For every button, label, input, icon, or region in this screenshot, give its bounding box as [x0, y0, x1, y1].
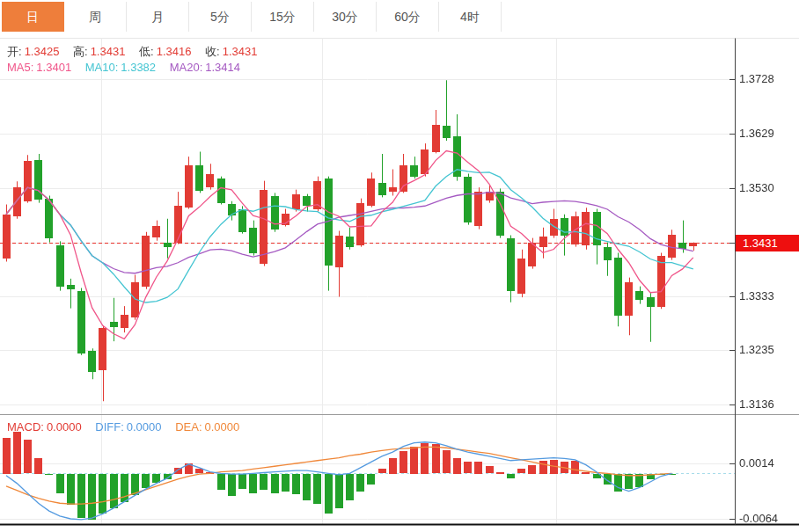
- ma10-label: MA10:: [85, 61, 119, 74]
- trading-chart-app: 日周月5分15分30分60分4时 开:1.3425 高:1.3431 低:1.3…: [0, 0, 799, 532]
- timeframe-tab-bar: 日周月5分15分30分60分4时: [0, 0, 799, 33]
- ohlc-legend: 开:1.3425 高:1.3431 低:1.3416 收:1.3431: [7, 44, 268, 60]
- high-value: 1.3431: [91, 45, 126, 58]
- tab-15分[interactable]: 15分: [252, 2, 314, 32]
- dea-value: 0.0000: [205, 420, 240, 434]
- diff-value: 0.0000: [127, 420, 162, 434]
- macd-label: MACD:: [7, 420, 44, 434]
- tab-30分[interactable]: 30分: [314, 2, 377, 32]
- low-value: 1.3416: [157, 45, 192, 58]
- dea-label: DEA:: [175, 420, 202, 434]
- close-label: 收:: [205, 45, 220, 58]
- macd-legend: MACD:0.0000 DIFF:0.0000 DEA:0.0000: [7, 420, 250, 434]
- tab-60分[interactable]: 60分: [377, 2, 439, 32]
- close-value: 1.3431: [223, 45, 258, 58]
- price-axis-label: 1.3728: [739, 72, 797, 86]
- price-axis-label: 1.3530: [739, 181, 797, 195]
- price-axis-label: 1.3629: [739, 127, 797, 141]
- ma20-value: 1.3414: [205, 61, 240, 74]
- ma-legend: MA5:1.3401 MA10:1.3382 MA20:1.3414: [7, 61, 251, 74]
- tab-日[interactable]: 日: [2, 2, 64, 32]
- ma10-value: 1.3382: [121, 61, 156, 74]
- high-label: 高:: [73, 45, 88, 58]
- tab-周[interactable]: 周: [64, 2, 127, 32]
- current-price-tag: 1.3431: [736, 235, 799, 251]
- macd-axis-label: 0.0014: [739, 456, 797, 470]
- tab-5分[interactable]: 5分: [189, 2, 252, 32]
- low-label: 低:: [139, 45, 154, 58]
- tab-月[interactable]: 月: [127, 2, 189, 32]
- price-axis-label: 1.3136: [739, 397, 797, 412]
- ma5-label: MA5:: [7, 61, 33, 74]
- open-label: 开:: [7, 45, 22, 58]
- tab-4时[interactable]: 4时: [439, 2, 502, 32]
- open-value: 1.3425: [25, 45, 60, 58]
- price-axis-label: 1.3235: [739, 343, 797, 357]
- diff-label: DIFF:: [95, 420, 124, 434]
- price-axis-label: 1.3333: [739, 289, 797, 303]
- ma5-value: 1.3401: [36, 61, 71, 74]
- macd-axis-label: -0.0064: [739, 512, 797, 526]
- candlestick-macd-chart-canvas[interactable]: [0, 0, 799, 532]
- macd-value: 0.0000: [47, 420, 82, 434]
- ma20-label: MA20:: [170, 61, 203, 74]
